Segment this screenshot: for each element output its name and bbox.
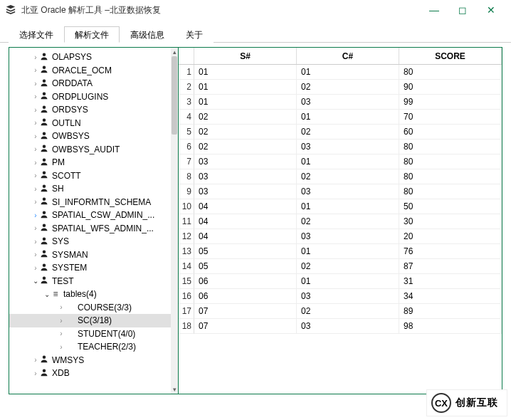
table-row[interactable]: 17070289 [179,304,502,319]
cell-c[interactable]: 03 [297,229,399,244]
cell-c[interactable]: 02 [297,169,399,184]
tree-node-owbsys-audit[interactable]: ›OWBSYS_AUDIT [9,143,171,157]
table-row[interactable]: 11040230 [179,214,502,229]
tree-node-outln[interactable]: ›OUTLN [9,117,171,130]
tree-node-teacher[interactable]: ›TEACHER(2/3) [9,340,171,354]
cell-s[interactable]: 02 [194,125,297,140]
tab-advanced[interactable]: 高级信息 [120,26,175,43]
col-header-score[interactable]: SCORE [399,48,502,64]
tree-node-ordplugins[interactable]: ›ORDPLUGINS [9,90,171,104]
tree-node-wmsys[interactable]: ›WMSYS [9,354,171,367]
table-row[interactable]: 1010180 [179,65,502,80]
tree-node-scott[interactable]: ›SCOTT [9,169,171,183]
cell-s[interactable]: 07 [194,319,297,334]
cell-c[interactable]: 02 [297,304,399,319]
cell-s[interactable]: 06 [194,274,297,289]
table-row[interactable]: 7030180 [179,154,502,169]
grid-body[interactable]: 1010180201029030103994020170502026060203… [179,65,502,394]
tree-scrollbar[interactable]: ▴ ▾ [171,48,178,394]
col-header-c[interactable]: C# [297,48,399,64]
tree-node-olapsys[interactable]: ›OLAPSYS [9,51,171,64]
tree-node-orddata[interactable]: ›ORDDATA [9,77,171,90]
cell-c[interactable]: 02 [297,259,399,274]
cell-score[interactable]: 80 [399,169,502,184]
table-row[interactable]: 12040320 [179,229,502,244]
cell-c[interactable]: 03 [297,140,399,154]
cell-s[interactable]: 05 [194,244,297,259]
tree-node-sh[interactable]: ›SH [9,182,171,196]
tree-node-course[interactable]: ›COURSE(3/3) [9,301,171,315]
table-row[interactable]: 3010399 [179,95,502,110]
col-header-s[interactable]: S# [194,48,297,64]
cell-score[interactable]: 30 [399,214,502,229]
table-row[interactable]: 14050287 [179,259,502,274]
cell-c[interactable]: 02 [297,80,399,95]
tree-node-oracle-ocm[interactable]: ›ORACLE_OCM [9,64,171,78]
schema-tree[interactable]: ›OLAPSYS ›ORACLE_OCM ›ORDDATA ›ORDPLUGIN… [9,48,171,394]
tree-node-test[interactable]: ⌄TEST [9,275,171,288]
cell-c[interactable]: 01 [297,110,399,125]
tree-node-sysman[interactable]: ›SYSMAN [9,248,171,262]
cell-s[interactable]: 02 [194,110,297,125]
cell-c[interactable]: 01 [297,65,399,80]
cell-c[interactable]: 01 [297,154,399,169]
tree-node-xdb[interactable]: ›XDB [9,367,171,380]
tree-node-pm[interactable]: ›PM [9,156,171,169]
cell-s[interactable]: 06 [194,289,297,304]
minimize-button[interactable]: — [420,3,448,17]
tree-node-sc[interactable]: ›SC(3/18) [9,314,171,327]
table-row[interactable]: 6020380 [179,140,502,154]
cell-s[interactable]: 02 [194,140,297,154]
cell-s[interactable]: 04 [194,214,297,229]
tree-node-ordsys[interactable]: ›ORDSYS [9,103,171,117]
tree-node-student[interactable]: ›STUDENT(4/0) [9,327,171,341]
table-row[interactable]: 8030280 [179,169,502,184]
cell-c[interactable]: 01 [297,199,399,214]
table-row[interactable]: 4020170 [179,110,502,125]
tree-node-system[interactable]: ›SYSTEM [9,261,171,275]
cell-c[interactable]: 01 [297,244,399,259]
scroll-up-icon[interactable]: ▴ [171,48,178,56]
cell-s[interactable]: 07 [194,304,297,319]
cell-score[interactable]: 70 [399,110,502,125]
cell-score[interactable]: 98 [399,319,502,334]
cell-score[interactable]: 80 [399,65,502,80]
cell-score[interactable]: 99 [399,95,502,110]
cell-score[interactable]: 80 [399,184,502,199]
cell-c[interactable]: 03 [297,289,399,304]
table-row[interactable]: 13050176 [179,244,502,259]
scroll-thumb[interactable] [172,56,177,135]
cell-score[interactable]: 60 [399,125,502,140]
cell-score[interactable]: 34 [399,289,502,304]
tab-about[interactable]: 关于 [175,26,214,43]
cell-c[interactable]: 03 [297,319,399,334]
cell-score[interactable]: 50 [399,199,502,214]
cell-s[interactable]: 03 [194,184,297,199]
tree-node-spatial-csw[interactable]: ›SPATIAL_CSW_ADMIN_... [9,209,171,222]
tree-node-spatial-wfs[interactable]: ›SPATIAL_WFS_ADMIN_... [9,222,171,236]
table-row[interactable]: 5020260 [179,125,502,140]
scroll-down-icon[interactable]: ▾ [171,385,178,394]
cell-c[interactable]: 02 [297,214,399,229]
tree-node-si-informtn[interactable]: ›SI_INFORMTN_SCHEMA [9,196,171,209]
cell-score[interactable]: 20 [399,229,502,244]
tree-node-tables[interactable]: ⌄≡tables(4) [9,288,171,301]
table-row[interactable]: 16060334 [179,289,502,304]
maximize-button[interactable]: ◻ [448,3,477,17]
cell-c[interactable]: 01 [297,274,399,289]
cell-c[interactable]: 03 [297,184,399,199]
cell-score[interactable]: 31 [399,274,502,289]
cell-s[interactable]: 04 [194,199,297,214]
tree-node-owbsys[interactable]: ›OWBSYS [9,130,171,143]
cell-s[interactable]: 03 [194,154,297,169]
cell-c[interactable]: 02 [297,125,399,140]
cell-score[interactable]: 89 [399,304,502,319]
table-row[interactable]: 15060131 [179,274,502,289]
cell-score[interactable]: 76 [399,244,502,259]
cell-s[interactable]: 01 [194,95,297,110]
cell-s[interactable]: 01 [194,65,297,80]
close-button[interactable]: ✕ [477,3,505,17]
cell-c[interactable]: 03 [297,95,399,110]
cell-s[interactable]: 04 [194,229,297,244]
table-row[interactable]: 18070398 [179,319,502,334]
